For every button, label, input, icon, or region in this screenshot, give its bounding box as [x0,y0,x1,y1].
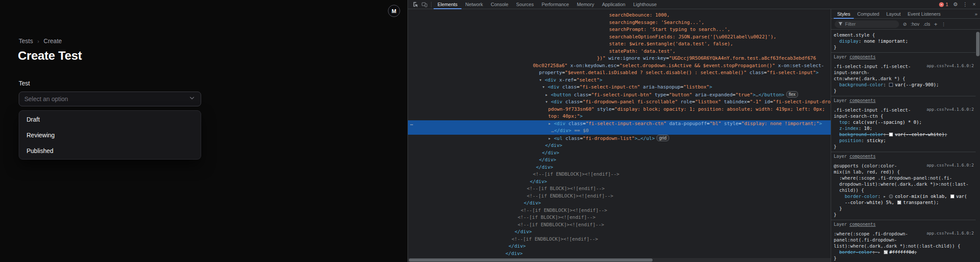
layer-link[interactable]: components [849,98,876,103]
css-rule[interactable]: element.style { display: none !important… [831,30,976,53]
dom-tree-line[interactable]: <!--[if BLOCK]><![endif]--> [408,185,831,193]
dom-tree-line[interactable]: </div> [408,243,831,250]
devtools-tab-lighthouse[interactable]: Lighthouse [629,0,660,9]
color-swatch[interactable] [897,201,901,204]
dropdown-option-draft[interactable]: Draft [19,112,201,127]
layer-link[interactable]: components [849,222,876,227]
dom-tree-line[interactable]: …</div> == $0 [408,127,831,135]
sidebar-tab-computed[interactable]: Computed [854,9,883,19]
color-swatch[interactable] [950,194,954,198]
styles-toolbar: ⊘ :hov .cls + ⋮ [831,19,980,30]
dom-tree-line[interactable]: searchingMessage: 'Searching...', [408,19,831,27]
devtools-tab-performance[interactable]: Performance [538,0,573,9]
horizontal-scrollbar-thumb[interactable] [409,259,653,262]
dom-tree-line[interactable]: <!--[if ENDBLOCK]><![endif]--> [408,236,831,243]
sidebar-tab-layout[interactable]: Layout [883,9,904,19]
dom-tree-line[interactable]: statePath: 'data.test', [408,48,831,55]
select-input[interactable]: Select an option [19,92,201,106]
color-swatch[interactable] [884,250,888,254]
color-swatch[interactable] [889,133,893,136]
css-source-link[interactable]: app.css?v=4.1.6.0:2 [926,107,974,112]
new-style-rule-button[interactable]: + [934,21,937,27]
settings-gear-icon[interactable]: ⚙ [953,0,958,9]
styles-sidebar-tabs-row: StylesComputedLayoutEvent Listeners » [831,9,980,19]
devtools-tab-network[interactable]: Network [461,0,487,9]
dom-tree-line[interactable]: </div> [408,142,831,150]
close-icon[interactable]: × [973,0,976,9]
dom-tree-line[interactable]: </div> [408,178,831,186]
devtools-tab-sources[interactable]: Sources [512,0,538,9]
devtools-tab-memory[interactable]: Memory [573,0,598,9]
css-source-link[interactable]: app.css?v=4.1.6.0:2 [926,63,974,68]
element-state-toggle[interactable]: :hov [911,21,919,27]
dom-tree-line[interactable]: ▾ <div x-ref="select"> [408,77,831,84]
layout-badge-flex[interactable]: flex [786,91,798,98]
vertical-scrollbar-thumb[interactable] [976,32,980,56]
styles-filter[interactable] [835,20,899,28]
dom-tree-line[interactable]: <!--[if ENDBLOCK]><![endif]--> [408,207,831,214]
css-rule[interactable]: app.css?v=4.1.6.0:2.fi-select-input .fi-… [831,61,976,96]
error-badge[interactable]: × 1 [939,2,948,7]
dom-tree-line[interactable]: <!--[if ENDBLOCK]><![endif]--> [408,171,831,178]
dom-tree-line[interactable]: </div> [408,250,831,258]
layer-link[interactable]: components [849,54,876,59]
field-label: Test [19,80,30,87]
class-toggle[interactable]: .cls [923,21,930,27]
dom-tree-line[interactable]: searchPrompt: 'Start typing to search...… [408,26,831,34]
dom-tree-line[interactable]: <!--[if BLOCK]><![endif]--> [408,214,831,221]
css-rules-list: element.style { display: none !important… [831,30,976,262]
dom-tree-line[interactable]: ▾ <div class="fi-select-input-ctn" aria-… [408,84,831,91]
styles-sidebar-tabs: StylesComputedLayoutEvent Listeners [834,9,944,19]
sidebar-tab-event-listeners[interactable]: Event Listeners [904,9,944,19]
layer-row: Layer components [831,220,976,228]
styles-more-icon[interactable]: ⋮ [941,21,946,27]
dropdown-option-published[interactable]: Published [19,143,201,159]
chevron-down-icon [189,95,195,103]
dom-tree-line[interactable]: <!--[if ENDBLOCK]><![endif]--> [408,193,831,200]
layout-badge-grid[interactable]: grid [657,135,669,141]
dom-tree-line[interactable]: </div> [408,157,831,164]
dom-tree-line[interactable]: </div> [408,150,831,157]
layer-link[interactable]: components [849,154,876,159]
device-toolbar-icon[interactable] [420,0,429,9]
rendering-emulations-icon[interactable]: ⊘ [903,21,907,27]
styles-filter-input[interactable] [845,21,896,27]
devtools-tab-elements[interactable]: Elements [434,0,461,9]
dom-tree-line[interactable]: </div> [408,164,831,171]
avatar[interactable]: M [388,5,400,17]
devtools-tab-console[interactable]: Console [487,0,512,9]
dom-tree-line[interactable]: ▸ <ul class="fi-dropdown-list">…</ul>gri… [408,135,831,143]
dom-tree-line[interactable]: <!--[if ENDBLOCK]><![endif]--> [408,221,831,229]
breadcrumb-item-tests[interactable]: Tests [19,37,33,44]
dropdown-option-reviewing[interactable]: Reviewing [19,127,201,143]
devtools: ElementsNetworkConsoleSourcesPerformance… [407,0,980,262]
dom-tree-line[interactable]: top: 40px;"> [408,113,831,120]
dom-tree-line[interactable]: })" wire:ignore wire:key="UGDccj9R5O6R6Y… [408,55,831,62]
dom-tree-line[interactable]: </div> [408,228,831,236]
kebab-menu-icon[interactable]: ⋮ [963,0,968,9]
devtools-tab-application[interactable]: Application [598,0,630,9]
dom-tree-line[interactable]: ▾ <div class="fi-dropdown-panel fi-scrol… [408,99,831,106]
css-source-link[interactable]: app.css?v=4.1.6.0:2 [926,163,974,168]
inspect-icon[interactable] [411,0,420,9]
css-rule[interactable]: app.css?v=4.1.6.0:2.fi-select-input .fi-… [831,105,976,152]
breadcrumb-item-create[interactable]: Create [44,37,62,44]
dom-tree-line[interactable]: …▸ <div class="fi-select-input-search-ct… [408,120,831,128]
color-swatch[interactable] [889,83,893,87]
dom-tree-line[interactable]: property="$event.detail.isDisabled ? sel… [408,69,831,77]
horizontal-scrollbar[interactable] [408,258,831,262]
sidebar-tab-styles[interactable]: Styles [834,9,854,19]
dom-tree-line[interactable]: 0bc02f258a6" x-on:keydown.esc="select.dr… [408,62,831,70]
dom-tree-line[interactable]: </div> [408,200,831,207]
dom-tree-line[interactable]: state: $wire.$entangle('data.test', fals… [408,41,831,48]
dom-tree-line[interactable]: ▸ <button class="fi-select-input-btn" ty… [408,91,831,99]
dom-tree-line[interactable]: pdown-9f733sn60" style="display: block; … [408,106,831,113]
color-swatch[interactable] [889,194,893,198]
css-rule[interactable]: app.css?v=4.1.6.0:2:where(:scope .fi-dro… [831,228,976,262]
css-rule[interactable]: app.css?v=4.1.6.0:2@supports (color:colo… [831,160,976,220]
dom-tree-line[interactable]: searchableOptionFields: JSON.parse('[\u0… [408,34,831,41]
layer-row: Layer components [831,96,976,105]
dom-tree-line[interactable]: searchDebounce: 1000, [408,12,831,19]
more-tabs-icon[interactable]: » [975,11,977,17]
css-source-link[interactable]: app.css?v=4.1.6.0:2 [926,231,974,236]
